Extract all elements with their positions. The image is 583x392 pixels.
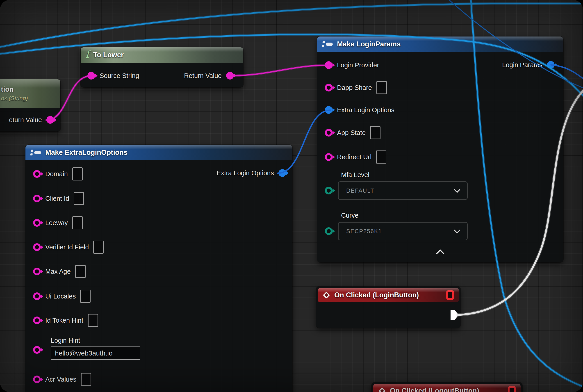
pin-row: Max Age [33,265,86,278]
node-on-clicked-logout-button[interactable]: On Clicked (LogoutButton) [372,382,522,392]
pin-row: Redirect Url [325,150,386,164]
pin-row: Verifier Id Field [33,240,104,254]
event-diamond-icon [378,387,386,392]
pin-row: Acr Values [33,373,91,386]
pin-label-acr-values: Acr Values [45,376,76,383]
node-title: tion [1,86,14,94]
node-header[interactable]: Make LoginParams [317,36,563,52]
node-header[interactable]: tion ox (String) [0,79,60,108]
max-age-value-field[interactable] [75,265,86,278]
acr-values-value-field[interactable] [81,373,91,386]
pin-label-id-token-hint: Id Token Hint [45,317,83,324]
mfa-level-dropdown[interactable]: DEFAULT [338,181,468,200]
pin-login-provider-input[interactable] [325,61,332,69]
delegate-pin-icon[interactable] [446,290,454,300]
pin-label-extra-login-options: Extra Login Options [216,170,274,177]
pin-label-extra-login-options: Extra Login Options [337,106,394,114]
pin-row: Return Value [184,69,234,82]
pin-row: Login Provider [325,58,379,72]
mfa-level-group: Mfa Level DEFAULT [325,171,468,200]
node-header[interactable]: On Clicked (LoginButton) [318,288,459,302]
pin-acr-values-input[interactable] [33,376,41,383]
curve-label: Curve [341,212,468,219]
curve-dropdown[interactable]: SECP256K1 [338,222,468,240]
leeway-value-field[interactable] [72,216,83,229]
pin-ui-locales-input[interactable] [33,292,41,300]
pin-row: Leeway [33,216,83,230]
pin-login-params-output[interactable] [547,61,554,69]
pin-verifier-id-field-input[interactable] [33,243,41,251]
pin-leeway-input[interactable] [33,219,41,227]
chevron-down-icon [454,186,460,193]
pin-label-login-params: Login Params [502,61,542,69]
node-make-login-params[interactable]: Make LoginParams Login Provider Login Pa… [317,36,563,262]
client-id-value-field[interactable] [74,192,84,205]
blueprint-canvas[interactable]: tion ox (String) eturn Value f To Lower … [0,0,583,392]
pin-label-login-hint: Login Hint [51,337,140,344]
pin-dapp-share-input[interactable] [325,84,332,92]
mfa-level-label: Mfa Level [341,171,468,179]
ui-locales-value-field[interactable] [80,290,90,303]
domain-value-field[interactable] [72,168,83,180]
dapp-share-value-field[interactable] [376,81,387,94]
node-textbox-partial[interactable]: tion ox (String) eturn Value [0,79,60,131]
pin-label-dapp-share: Dapp Share [337,84,372,92]
pin-label-client-id: Client Id [45,195,69,202]
pin-mfa-level-input[interactable] [325,187,332,194]
pin-extra-login-options-input[interactable] [325,106,332,114]
chevron-down-icon [454,227,460,234]
exec-output-pin[interactable] [450,310,459,320]
id-token-hint-value-field[interactable] [88,314,98,327]
pin-label-max-age: Max Age [45,268,71,275]
login-hint-value-field[interactable] [51,346,140,360]
node-title: On Clicked (LoginButton) [334,291,419,299]
pin-max-age-input[interactable] [33,268,41,275]
node-title: Make LoginParams [337,40,401,48]
node-to-lower[interactable]: f To Lower Source String Return Value [81,47,243,87]
node-title: To Lower [93,51,124,59]
delegate-pin-icon[interactable] [508,386,516,392]
pin-row: Domain [33,167,83,181]
pin-label-redirect-url: Redirect Url [337,154,372,161]
pin-row: eturn Value [9,113,54,126]
pin-label-domain: Domain [45,170,68,178]
event-diamond-icon [323,292,330,298]
pin-row: Extra Login Options [325,103,394,117]
pin-row: App State [325,126,380,140]
pin-row: Client Id [33,192,84,205]
node-header[interactable]: Make ExtraLoginOptions [26,145,292,160]
node-header[interactable]: On Clicked (LogoutButton) [373,384,520,392]
pin-row: Dapp Share [325,81,387,94]
redirect-url-value-field[interactable] [376,150,386,164]
make-struct-icon [322,40,333,48]
pin-redirect-url-input[interactable] [325,153,332,161]
pin-label-return-value: eturn Value [9,116,42,124]
node-title: Make ExtraLoginOptions [45,148,128,156]
make-struct-icon [30,148,41,157]
pin-client-id-input[interactable] [33,195,41,202]
pin-return-value-output[interactable] [46,116,54,124]
node-subtitle: ox (String) [1,95,28,102]
collapse-node-chevron[interactable] [436,250,444,258]
pin-row: Id Token Hint [33,314,98,327]
pin-domain-input[interactable] [33,170,41,178]
function-f-icon: f [86,50,89,59]
node-header[interactable]: f To Lower [81,47,243,63]
pin-return-value-output[interactable] [226,72,234,80]
node-make-extra-login-options[interactable]: Make ExtraLoginOptions Extra Login Optio… [26,145,292,392]
pin-app-state-input[interactable] [325,129,332,136]
pin-extra-login-options-output[interactable] [278,169,286,177]
curve-value: SECP256K1 [346,228,382,234]
pin-label-leeway: Leeway [45,219,68,227]
pin-id-token-hint-input[interactable] [33,316,41,324]
pin-row: Ui Locales [33,290,90,303]
pin-source-string-input[interactable] [88,72,95,80]
pin-label-source-string: Source String [100,72,139,80]
pin-login-hint-input[interactable] [33,346,41,354]
pin-curve-input[interactable] [325,227,332,235]
verifier-id-field-value-field[interactable] [93,240,104,254]
mfa-level-value: DEFAULT [346,188,374,194]
pin-row: Source String [88,69,139,82]
node-on-clicked-login-button[interactable]: On Clicked (LoginButton) [316,286,460,328]
app-state-value-field[interactable] [370,126,380,139]
